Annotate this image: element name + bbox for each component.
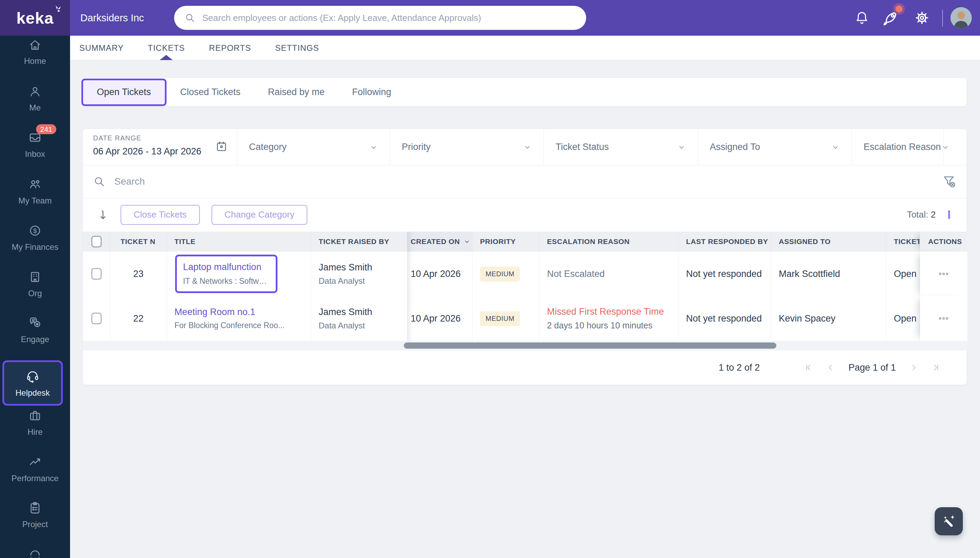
row-actions-kebab-icon[interactable] [939, 316, 949, 321]
horizontal-scrollbar-thumb[interactable] [404, 343, 776, 349]
ticket-title-link[interactable]: Laptop malfunction [183, 262, 270, 272]
row-checkbox[interactable] [91, 268, 102, 280]
header-title[interactable]: TITLE [167, 231, 311, 251]
prev-page-icon[interactable] [826, 363, 835, 373]
escalation-cell: Missed First Response Time 2 days 10 hou… [539, 296, 679, 341]
sidebar-item-org[interactable]: Org [0, 270, 70, 298]
tab-summary[interactable]: SUMMARY [79, 36, 123, 60]
building-icon [28, 270, 42, 284]
escalation-reason: Not Escalated [547, 269, 678, 279]
subtab-following[interactable]: Following [338, 87, 405, 97]
header-priority[interactable]: PRIORITY [472, 231, 539, 251]
ticket-title-link[interactable]: Meeting Room no.1 [174, 307, 311, 317]
ticket-status-value: Open [894, 313, 919, 324]
global-search[interactable] [174, 6, 586, 30]
sidebar-item-label: Performance [12, 474, 58, 483]
raised-by-cell: James Smith Data Analyst [311, 296, 407, 341]
sidebar-item-partial[interactable] [0, 549, 70, 558]
title-cell: Meeting Room no.1 For Blocking Conferenc… [167, 296, 311, 341]
briefcase-icon [28, 409, 42, 423]
subtab-open-tickets[interactable]: Open Tickets [81, 79, 166, 106]
assigned-to-filter[interactable]: Assigned To [698, 129, 852, 165]
table-options-kebab-icon[interactable] [945, 210, 954, 220]
total-label: Total: [907, 209, 928, 220]
assigned-to-value: Kevin Spacey [779, 313, 886, 324]
tab-tickets[interactable]: TICKETS [148, 36, 185, 60]
ai-assistant-button[interactable] [935, 507, 963, 535]
header-escalation-reason[interactable]: ESCALATION REASON [539, 231, 679, 251]
total-count: Total: 2 [907, 209, 936, 220]
last-page-icon[interactable] [931, 363, 941, 373]
subtab-closed-tickets[interactable]: Closed Tickets [166, 87, 255, 97]
created-on-value: 10 Apr 2026 [411, 269, 472, 279]
date-range-filter[interactable]: DATE RANGE 06 Apr 2026 - 13 Apr 2026 [83, 129, 237, 165]
tab-reports[interactable]: REPORTS [209, 36, 252, 60]
raised-by-role: Data Analyst [319, 276, 407, 286]
sort-down-arrow-icon[interactable] [97, 208, 109, 221]
first-page-icon[interactable] [804, 363, 814, 373]
ticket-category: For Blocking Conference Roo... [174, 321, 311, 330]
assigned-to-cell: Kevin Spacey [771, 296, 886, 341]
sidebar-item-helpdesk[interactable]: Helpdesk [2, 360, 63, 405]
change-category-button[interactable]: Change Category [212, 205, 307, 225]
priority-cell: MEDIUM [472, 251, 539, 296]
header-ticket-status[interactable]: TICKET [886, 231, 920, 251]
escalation-reason-filter[interactable]: Escalation Reason [852, 129, 944, 165]
row-checkbox[interactable] [91, 313, 102, 324]
priority-cell: MEDIUM [472, 296, 539, 341]
logo-block[interactable]: keka [0, 0, 70, 36]
subtab-raised-by-me[interactable]: Raised by me [254, 87, 338, 97]
settings-gear-icon[interactable] [914, 0, 930, 36]
row-checkbox-cell [83, 296, 110, 341]
search-icon [184, 12, 196, 23]
sidebar-item-performance[interactable]: Performance [0, 455, 70, 483]
priority-badge: MEDIUM [480, 267, 520, 281]
sidebar-item-home[interactable]: Home [0, 38, 70, 66]
close-tickets-button[interactable]: Close Tickets [120, 205, 200, 225]
sidebar-item-my-team[interactable]: My Team [0, 177, 70, 205]
created-on-value: 10 Apr 2026 [411, 313, 472, 324]
raised-by-role: Data Analyst [319, 321, 407, 330]
last-responded-value: Not yet responded [686, 269, 771, 279]
svg-text:$: $ [33, 227, 37, 235]
table-toolbar: Close Tickets Change Category Total: 2 [83, 199, 967, 231]
sidebar-item-my-finances[interactable]: $ My Finances [0, 223, 70, 252]
rocket-badge-dot [896, 5, 903, 12]
home-icon [28, 38, 42, 52]
row-actions-kebab-icon[interactable] [939, 271, 949, 277]
topbar-divider [942, 10, 943, 27]
ticket-no-cell: 23 [110, 251, 167, 296]
header-ticket-raised-by[interactable]: TICKET RAISED BY [311, 231, 407, 251]
global-search-input[interactable] [202, 12, 576, 24]
table-search-input[interactable] [113, 176, 942, 187]
chevron-down-icon [831, 143, 840, 152]
header-ticket-no[interactable]: TICKET N [110, 231, 167, 251]
sidebar-item-project[interactable]: Project [0, 501, 70, 529]
sidebar-item-me[interactable]: Me [0, 85, 70, 113]
notifications-bell-icon[interactable] [854, 0, 870, 36]
sidebar-item-label: Inbox [25, 149, 45, 159]
escalation-reason-filter-label: Escalation Reason [863, 142, 941, 153]
ticket-status-filter[interactable]: Ticket Status [544, 129, 698, 165]
partial-icon [28, 549, 42, 558]
header-last-responded-by[interactable]: LAST RESPONDED BY [679, 231, 771, 251]
pagination-page: Page 1 of 1 [848, 363, 896, 373]
sidebar-item-inbox[interactable]: 241 Inbox [0, 130, 70, 159]
keka-logo-text: keka [16, 9, 54, 27]
priority-filter[interactable]: Priority [390, 129, 544, 165]
header-created-on[interactable]: CREATED ON [407, 231, 472, 251]
clear-filters-icon[interactable] [942, 174, 957, 189]
magic-wand-icon [941, 513, 957, 530]
user-avatar[interactable] [950, 7, 972, 28]
ticket-status-value: Open [894, 269, 919, 279]
header-created-on-label: CREATED ON [411, 238, 460, 246]
category-filter[interactable]: Category [237, 129, 390, 165]
sidebar-item-hire[interactable]: Hire [0, 409, 70, 437]
next-page-icon[interactable] [909, 363, 919, 373]
inbox-icon: 241 [28, 130, 42, 145]
sidebar-item-engage[interactable]: Engage [0, 316, 70, 344]
tab-settings[interactable]: SETTINGS [275, 36, 319, 60]
created-on-cell: 10 Apr 2026 [407, 251, 472, 296]
header-assigned-to[interactable]: ASSIGNED TO [771, 231, 886, 251]
select-all-checkbox[interactable] [91, 236, 102, 248]
